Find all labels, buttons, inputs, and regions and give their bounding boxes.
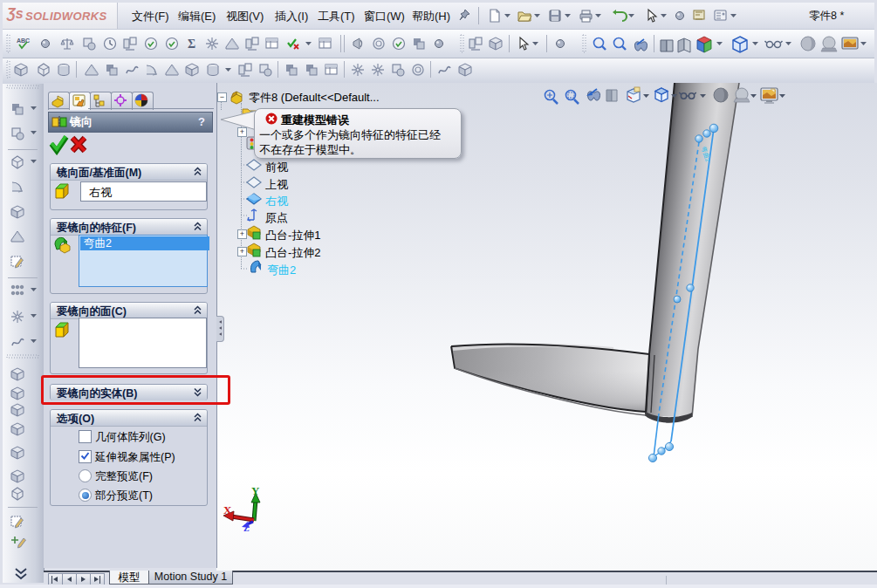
svg-text:Z: Z [243, 523, 250, 533]
svg-text:Y: Y [251, 484, 260, 497]
svg-text:X: X [223, 503, 232, 516]
